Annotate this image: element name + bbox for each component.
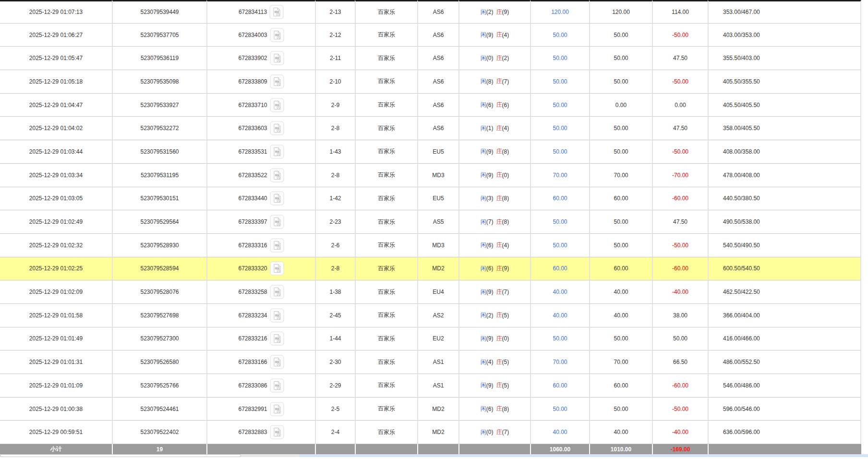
video-replay-button[interactable] (270, 238, 284, 253)
table-body: 2025-12-29 01:07:13 523079539449 6728341… (0, 0, 861, 444)
player-label: 闲 (481, 311, 486, 319)
bet-time: 2025-12-29 00:59:51 (29, 429, 83, 435)
player-label: 闲 (481, 381, 486, 389)
video-number: 672833603 (238, 125, 267, 132)
video-replay-button[interactable] (270, 285, 284, 299)
video-number: 672833086 (238, 382, 267, 389)
bet-id: 523079533927 (140, 102, 179, 109)
video-number: 672833258 (238, 289, 267, 295)
valid-amount: 50.00 (614, 125, 628, 132)
video-replay-button[interactable] (270, 121, 284, 135)
round-number: 1-44 (329, 335, 341, 342)
banker-label: 庄 (496, 124, 502, 133)
bet-amount: 50.00 (553, 55, 567, 61)
player-score: (9) (486, 289, 494, 295)
table-code: AS5 (433, 218, 444, 225)
banker-score: (0) (502, 335, 509, 342)
banker-label: 庄 (496, 54, 502, 62)
bet-amount: 70.00 (553, 359, 567, 365)
player-label: 闲 (481, 124, 486, 133)
video-file-icon (270, 285, 284, 299)
bet-time: 2025-12-29 01:01:09 (29, 382, 83, 389)
balance: 358.00/405.50 (723, 125, 760, 132)
balance: 636.00/596.00 (723, 429, 760, 435)
video-number: 672833316 (238, 242, 267, 249)
table-code: AS1 (433, 359, 444, 365)
balance: 462.50/422.50 (723, 289, 760, 295)
bet-id: 523079522402 (140, 429, 179, 435)
video-replay-button[interactable] (270, 51, 284, 65)
video-replay-button[interactable] (270, 74, 284, 89)
bet-amount: 50.00 (553, 406, 567, 412)
video-replay-button[interactable] (270, 28, 284, 42)
video-replay-button[interactable] (269, 5, 284, 19)
video-replay-button[interactable] (270, 331, 284, 346)
video-replay-button[interactable] (270, 145, 284, 159)
bet-time: 2025-12-29 01:03:44 (29, 148, 83, 155)
win-loss: -50.00 (672, 406, 688, 412)
banker-score: (4) (502, 242, 509, 249)
video-replay-button[interactable] (270, 168, 284, 182)
player-label: 闲 (481, 54, 486, 62)
video-file-icon (270, 191, 284, 205)
video-file-icon (269, 5, 284, 19)
balance: 405.50/405.50 (723, 102, 760, 109)
win-loss: 66.50 (673, 359, 687, 365)
video-file-icon (270, 28, 284, 42)
valid-amount: 60.00 (614, 265, 628, 272)
bet-amount: 50.00 (553, 125, 567, 132)
bet-amount: 70.00 (553, 172, 567, 179)
video-replay-button[interactable] (270, 308, 284, 323)
game-type: 百家乐 (378, 54, 395, 62)
round-number: 2-8 (331, 125, 339, 132)
player-score: (1) (486, 125, 494, 132)
video-replay-button[interactable] (270, 191, 284, 205)
video-file-icon (270, 402, 284, 416)
banker-label: 庄 (496, 335, 502, 343)
video-replay-button[interactable] (270, 98, 284, 112)
scrollbar-thumb[interactable] (0, 454, 241, 457)
win-loss: -50.00 (672, 148, 688, 155)
video-replay-button[interactable] (270, 215, 284, 229)
video-number: 672833522 (238, 172, 267, 179)
game-type: 百家乐 (378, 194, 395, 203)
video-number: 672833216 (238, 335, 267, 342)
round-number: 1-43 (329, 148, 341, 155)
video-number: 672832883 (238, 429, 267, 435)
video-replay-button[interactable] (270, 261, 284, 276)
table-code: EU4 (433, 289, 444, 295)
player-score: (9) (486, 172, 494, 179)
table-code: MD2 (432, 429, 444, 435)
game-type: 百家乐 (378, 405, 395, 413)
balance: 540.50/490.50 (723, 242, 760, 249)
player-score: (9) (486, 335, 494, 342)
bet-time: 2025-12-29 01:03:34 (29, 172, 83, 179)
bet-time: 2025-12-29 01:02:09 (29, 289, 83, 295)
bet-amount: 60.00 (553, 195, 567, 202)
balance: 416.00/466.00 (723, 335, 760, 342)
player-label: 闲 (481, 288, 486, 296)
balance: 478.00/408.00 (723, 172, 760, 179)
video-replay-button[interactable] (270, 355, 284, 369)
round-number: 2-11 (330, 55, 341, 61)
bet-amount: 40.00 (553, 312, 567, 319)
win-loss: 50.00 (673, 335, 687, 342)
horizontal-scrollbar[interactable] (0, 454, 868, 457)
game-type: 百家乐 (378, 265, 395, 273)
player-label: 闲 (481, 77, 486, 85)
table-code: EU2 (433, 335, 444, 342)
round-number: 2-12 (329, 32, 341, 38)
player-score: (3) (486, 195, 494, 202)
player-label: 闲 (481, 218, 486, 226)
bet-time: 2025-12-29 01:02:32 (29, 242, 83, 249)
video-replay-button[interactable] (270, 425, 284, 439)
round-number: 2-29 (329, 382, 341, 389)
banker-label: 庄 (496, 311, 502, 319)
valid-amount: 40.00 (614, 289, 628, 295)
banker-score: (8) (502, 218, 509, 225)
video-replay-button[interactable] (270, 378, 284, 393)
game-type: 百家乐 (378, 358, 395, 366)
valid-amount: 40.00 (614, 312, 628, 319)
balance: 596.00/546.00 (723, 406, 760, 412)
video-replay-button[interactable] (270, 402, 284, 416)
